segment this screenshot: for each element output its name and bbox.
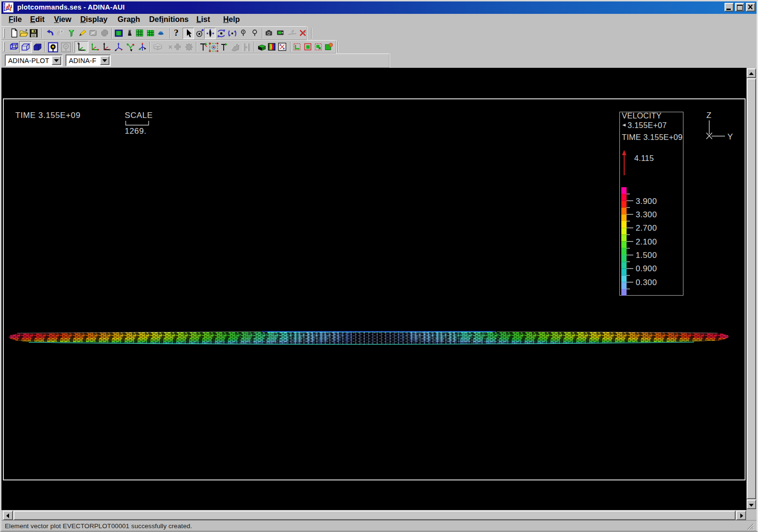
svg-text:0.300: 0.300 [636, 278, 657, 287]
svg-text:TIME 3.155E+09: TIME 3.155E+09 [15, 111, 80, 120]
svg-text:1.500: 1.500 [636, 251, 657, 260]
svg-text:TIME 3.155E+09: TIME 3.155E+09 [622, 133, 682, 141]
svg-text:3.300: 3.300 [636, 210, 657, 219]
svg-text:2.700: 2.700 [636, 223, 657, 233]
svg-text:VELOCITY: VELOCITY [622, 111, 661, 120]
svg-text:3.900: 3.900 [636, 197, 657, 206]
svg-text:2.100: 2.100 [636, 237, 657, 246]
svg-text:3.155E+07: 3.155E+07 [628, 121, 667, 129]
svg-text:0.900: 0.900 [636, 264, 657, 273]
svg-text:Z: Z [706, 111, 711, 120]
svg-text:1269.: 1269. [125, 127, 147, 136]
svg-text:4.115: 4.115 [634, 154, 654, 162]
svg-text:SCALE: SCALE [125, 111, 153, 120]
svg-text:Y: Y [727, 132, 733, 141]
